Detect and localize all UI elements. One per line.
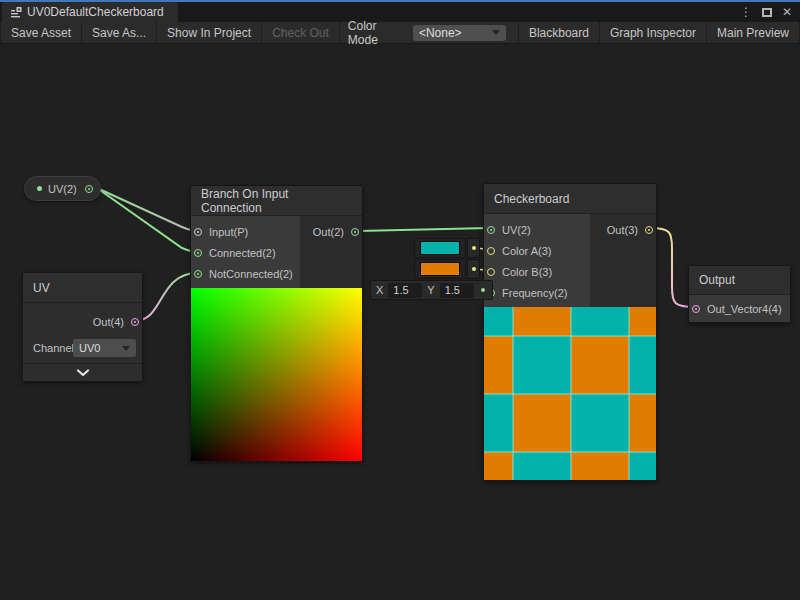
x-axis-label: X: [373, 284, 386, 296]
shader-graph-window: UV0DefaultCheckerboard ⋮ ✕ Save Asset Sa…: [0, 0, 800, 600]
edge-branchout-to-checkerboard: [358, 228, 489, 231]
menu-kebab-icon[interactable]: ⋮: [740, 5, 752, 19]
save-as-button[interactable]: Save As...: [82, 22, 157, 43]
connector-dot: [472, 246, 476, 250]
node-title: Branch On Input Connection: [191, 186, 362, 216]
port-row-out-vector4: Out_Vector4(4): [689, 295, 790, 322]
connected-port[interactable]: [194, 249, 202, 257]
port-row-out4: Out(4): [23, 311, 142, 333]
port-row-uv2: UV(2): [484, 219, 590, 240]
graph-inspector-toggle-button[interactable]: Graph Inspector: [600, 22, 707, 43]
main-preview-toggle-button[interactable]: Main Preview: [707, 22, 800, 43]
check-out-button: Check Out: [262, 22, 340, 43]
show-in-project-button[interactable]: Show In Project: [157, 22, 262, 43]
edge-uvpill-to-connected: [97, 188, 196, 252]
tab-title: UV0DefaultCheckerboard: [27, 5, 164, 19]
port-row-frequency: Frequency(2): [484, 282, 590, 303]
color-b-port[interactable]: [487, 268, 495, 276]
uv-gradient-preview: [191, 288, 362, 461]
output-node-body: Out_Vector4(4): [689, 295, 790, 322]
chevron-down-icon: [76, 369, 90, 377]
node-title: Output: [689, 266, 790, 295]
port-row-out3: Out(3): [590, 219, 656, 240]
node-title: UV: [23, 273, 142, 303]
branch-outputs: Out(2): [300, 216, 362, 288]
out2-port[interactable]: [351, 228, 359, 236]
port-label: Out(2): [313, 226, 344, 238]
branch-inputs: Input(P) Connected(2) NotConnected(2): [191, 216, 300, 288]
port-row-input-p: Input(P): [191, 221, 300, 242]
color-b-widget: [414, 259, 480, 279]
y-axis-label: Y: [424, 284, 437, 296]
notconnected-port[interactable]: [194, 270, 202, 278]
checkerboard-preview: [484, 307, 656, 480]
port-indicator-dot: [37, 186, 42, 191]
port-label: Connected(2): [209, 247, 276, 259]
color-b-swatch-box[interactable]: [414, 259, 466, 279]
window-accent-line: [0, 0, 800, 2]
channel-label: Channel: [33, 342, 73, 354]
color-a-connector: [467, 238, 480, 258]
port-label: Frequency(2): [502, 287, 567, 299]
port-label: UV(2): [502, 224, 531, 236]
port-label: Out_Vector4(4): [707, 303, 782, 315]
node-uv[interactable]: UV Out(4) Channel UV0: [22, 272, 143, 382]
port-label: Color B(3): [502, 266, 552, 278]
out3-port[interactable]: [645, 226, 653, 234]
connector-dot: [481, 288, 485, 292]
maximize-icon[interactable]: [762, 8, 772, 17]
node-checkerboard[interactable]: Checkerboard UV(2) Color A(3) Color B(3): [483, 183, 657, 481]
channel-value: UV0: [79, 342, 100, 354]
node-branch-on-input-connection[interactable]: Branch On Input Connection Input(P) Conn…: [190, 185, 363, 462]
pill-label: UV(2): [48, 183, 77, 195]
color-a-port[interactable]: [487, 247, 495, 255]
chevron-down-icon: [492, 30, 500, 35]
uv2-input-port[interactable]: [487, 226, 495, 234]
port-label: Color A(3): [502, 245, 552, 257]
port-label: Input(P): [209, 226, 248, 238]
port-label: Out(4): [93, 316, 124, 328]
port-label: Out(3): [607, 224, 638, 236]
color-mode-value: <None>: [419, 26, 462, 40]
color-b-swatch[interactable]: [420, 262, 460, 276]
out4-port[interactable]: [131, 318, 139, 326]
node-title: Checkerboard: [484, 184, 656, 214]
tab-uv0defaultcheckerboard[interactable]: UV0DefaultCheckerboard: [2, 2, 178, 22]
port-label: NotConnected(2): [209, 268, 293, 280]
input-p-port[interactable]: [194, 228, 202, 236]
window-controls: ⋮ ✕: [740, 2, 800, 22]
color-mode-dropdown[interactable]: <None>: [413, 25, 506, 41]
checkerboard-inputs: UV(2) Color A(3) Color B(3) Frequency(2): [484, 214, 590, 307]
out-vector4-port[interactable]: [692, 305, 700, 313]
frequency-connector: [477, 282, 490, 298]
node-uv2-pill[interactable]: UV(2): [24, 176, 101, 201]
node-output[interactable]: Output Out_Vector4(4): [688, 265, 791, 323]
checkerboard-outputs: Out(3): [590, 214, 656, 307]
color-a-swatch[interactable]: [420, 241, 460, 255]
blackboard-toggle-button[interactable]: Blackboard: [518, 22, 600, 43]
save-asset-button[interactable]: Save Asset: [0, 22, 82, 43]
checkerboard-node-body: UV(2) Color A(3) Color B(3) Frequency(2): [484, 214, 656, 307]
close-icon[interactable]: ✕: [782, 5, 792, 19]
collapse-preview-button[interactable]: [23, 363, 142, 381]
port-row-color-b: Color B(3): [484, 261, 590, 282]
branch-node-body: Input(P) Connected(2) NotConnected(2) Ou…: [191, 216, 362, 288]
edge-uvpill-to-input: [97, 188, 196, 231]
uv-node-body: Out(4) Channel UV0: [23, 303, 142, 381]
channel-row: Channel UV0: [33, 337, 136, 359]
channel-dropdown[interactable]: UV0: [73, 339, 136, 357]
color-a-widget: [414, 238, 480, 258]
color-mode-label: Color Mode: [340, 22, 413, 43]
graph-canvas[interactable]: UV(2) Branch On Input Connection Input(P…: [0, 44, 800, 600]
chevron-down-icon: [122, 346, 130, 351]
frequency-y-field[interactable]: 1.5: [440, 283, 474, 298]
color-a-swatch-box[interactable]: [414, 238, 466, 258]
port-row-notconnected: NotConnected(2): [191, 263, 300, 284]
frequency-x-field[interactable]: 1.5: [388, 283, 422, 298]
color-b-connector: [467, 259, 480, 279]
port-row-color-a: Color A(3): [484, 240, 590, 261]
connector-dot: [472, 267, 476, 271]
port-row-connected: Connected(2): [191, 242, 300, 263]
uv2-output-port[interactable]: [85, 185, 93, 193]
shader-graph-asset-icon: [10, 6, 22, 18]
